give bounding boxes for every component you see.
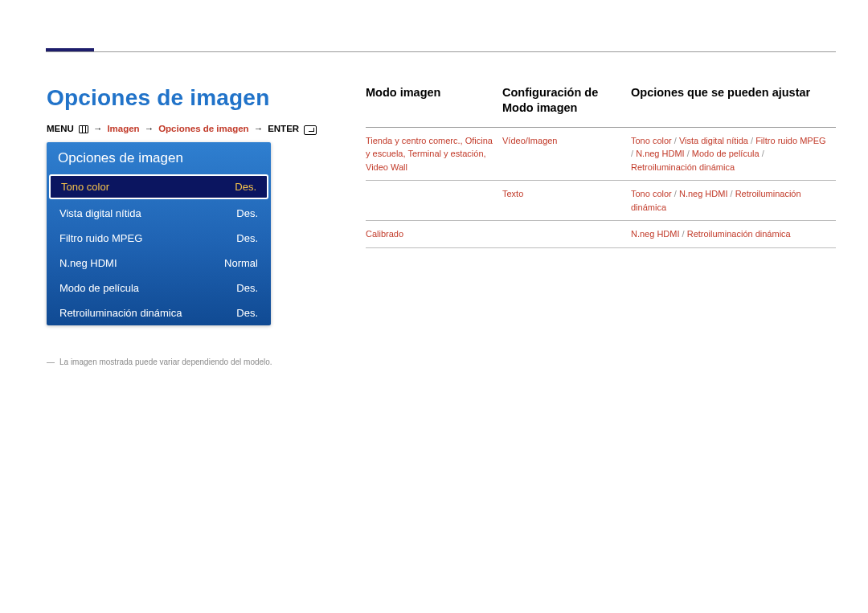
table-cell: Vídeo/Imagen xyxy=(502,128,631,182)
table-cell: N.neg HDMI / Retroiluminación dinámica xyxy=(631,221,836,248)
table-cell xyxy=(502,221,631,248)
separator: / xyxy=(672,136,679,145)
table-body: Tienda y centro comerc., Oficina y escue… xyxy=(366,128,836,248)
separator: / xyxy=(672,189,679,198)
arrow-icon: → xyxy=(93,124,103,133)
osd-item-label: Modo de película xyxy=(59,282,139,294)
osd-list: Tono colorDes.Vista digital nítidaDes.Fi… xyxy=(47,174,271,325)
table-value: N.neg HDMI xyxy=(636,149,685,158)
separator: / xyxy=(748,136,755,145)
osd-item-value: Des. xyxy=(236,282,258,294)
osd-item-value: Des. xyxy=(236,207,258,219)
options-table: Modo imagen Configuración de Modo imagen… xyxy=(366,51,836,248)
page: Opciones de imagen MENU → Imagen → Opcio… xyxy=(0,0,868,613)
table-value: Tono color xyxy=(631,136,672,145)
table-cell xyxy=(366,181,502,221)
osd-item[interactable]: Retroiluminación dinámicaDes. xyxy=(47,300,271,325)
osd-item[interactable]: Tono colorDes. xyxy=(49,174,268,199)
osd-item-label: Tono color xyxy=(61,181,109,193)
osd-item-value: Normal xyxy=(224,257,258,269)
table-header-col2: Configuración de Modo imagen xyxy=(502,51,631,128)
osd-title: Opciones de imagen xyxy=(47,142,271,174)
table-header-col3: Opciones que se pueden ajustar xyxy=(631,51,836,128)
arrow-icon: → xyxy=(145,124,154,133)
separator: / xyxy=(685,149,692,158)
table-value: Filtro ruido MPEG xyxy=(755,136,825,145)
table-value: Vídeo/Imagen xyxy=(502,136,558,145)
table-value: Modo de película xyxy=(692,149,760,158)
osd-item[interactable]: Modo de películaDes. xyxy=(47,276,271,300)
table-cell: Tono color / N.neg HDMI / Retroiluminaci… xyxy=(631,181,836,221)
osd-panel: Opciones de imagen Tono colorDes.Vista d… xyxy=(47,142,271,325)
osd-item-label: Filtro ruido MPEG xyxy=(59,232,142,244)
breadcrumb-enter: ENTER xyxy=(268,124,299,133)
table-value: Vista digital nítida xyxy=(679,136,748,145)
osd-item-value: Des. xyxy=(236,232,258,244)
breadcrumb-menu: MENU xyxy=(47,124,74,133)
breadcrumb: MENU → Imagen → Opciones de imagen → ENT… xyxy=(47,124,317,133)
breadcrumb-seg-1: Imagen xyxy=(107,124,139,133)
table-header-row: Modo imagen Configuración de Modo imagen… xyxy=(366,51,836,128)
table-value: Retroiluminación dinámica xyxy=(631,162,735,172)
osd-item-value: Des. xyxy=(235,181,256,193)
table-value: Retroiluminación dinámica xyxy=(687,229,791,239)
breadcrumb-seg-2: Opciones de imagen xyxy=(158,124,248,133)
osd-item-label: N.neg HDMI xyxy=(59,257,117,269)
enter-icon xyxy=(304,125,317,135)
footnote: ― La imagen mostrada puede variar depend… xyxy=(47,358,272,366)
separator: / xyxy=(760,149,764,158)
table-cell: Texto xyxy=(502,181,631,221)
osd-item[interactable]: Filtro ruido MPEGDes. xyxy=(47,226,271,251)
osd-item-label: Retroiluminación dinámica xyxy=(59,307,182,319)
osd-item[interactable]: Vista digital nítidaDes. xyxy=(47,201,271,226)
arrow-icon: → xyxy=(254,124,264,133)
table-value: Texto xyxy=(502,189,523,198)
table-cell: Tono color / Vista digital nítida / Filt… xyxy=(631,128,836,182)
footnote-text: La imagen mostrada puede variar dependie… xyxy=(59,358,272,366)
separator: / xyxy=(727,189,735,198)
table-cell: Tienda y centro comerc., Oficina y escue… xyxy=(366,128,502,182)
footnote-mark: ― xyxy=(47,358,55,366)
table-header-col1: Modo imagen xyxy=(366,51,502,128)
osd-item-value: Des. xyxy=(236,307,258,319)
osd-item-label: Vista digital nítida xyxy=(59,207,141,219)
table-cell: Calibrado xyxy=(366,221,502,248)
separator: / xyxy=(680,229,687,239)
menu-icon xyxy=(79,125,88,133)
table-value: N.neg HDMI xyxy=(631,229,680,239)
page-title: Opciones de imagen xyxy=(47,85,269,111)
osd-item[interactable]: N.neg HDMINormal xyxy=(47,251,271,276)
table-value: Tono color xyxy=(631,189,672,198)
table-value: N.neg HDMI xyxy=(679,189,728,198)
